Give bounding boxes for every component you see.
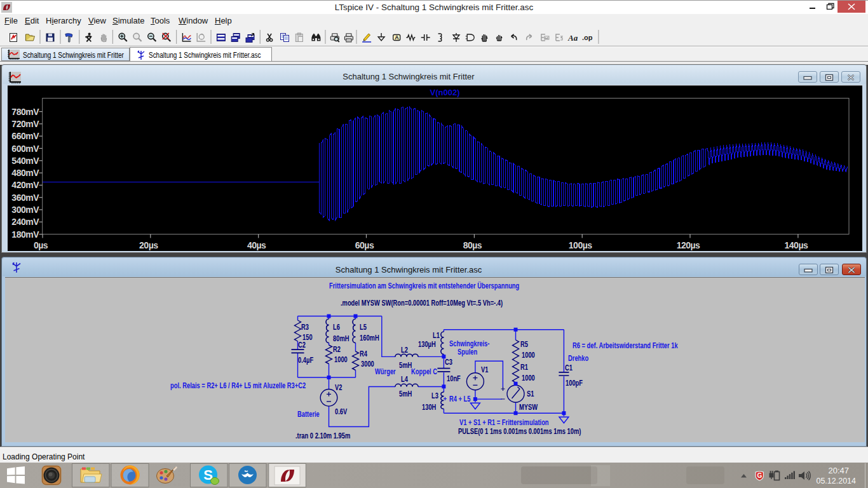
svg-text:600mV: 600mV	[11, 144, 39, 154]
svg-text:0.4µF: 0.4µF	[298, 356, 313, 364]
svg-text:60µs: 60µs	[355, 240, 374, 250]
svg-text:R1: R1	[520, 363, 528, 371]
svg-text:0µs: 0µs	[34, 240, 48, 250]
svg-text:Aa: Aa	[567, 33, 578, 43]
svg-text:R4 + L5: R4 + L5	[449, 394, 471, 402]
svg-text:540mV: 540mV	[11, 156, 39, 166]
svg-text:C3: C3	[445, 358, 452, 366]
svg-text:20µs: 20µs	[139, 240, 158, 250]
svg-text:V1 + S1 + R1 = Frittersimulati: V1 + S1 + R1 = Frittersimulation	[459, 418, 549, 426]
svg-text:1000: 1000	[522, 373, 535, 381]
svg-text:L2: L2	[401, 345, 408, 353]
svg-text:L6: L6	[333, 323, 340, 331]
svg-text:MYSW: MYSW	[519, 402, 538, 410]
svg-text:Batterie: Batterie	[297, 409, 320, 417]
svg-text:A: A	[395, 34, 399, 41]
svg-text:5mH: 5mH	[399, 360, 412, 369]
svg-text:V1: V1	[481, 365, 488, 374]
svg-text:.tran 0 2.10m 1.95m: .tran 0 2.10m 1.95m	[295, 431, 350, 440]
svg-text:160mH: 160mH	[360, 334, 379, 342]
svg-text:Schwingkreis-: Schwingkreis-	[449, 339, 490, 347]
svg-text:R5: R5	[520, 340, 528, 348]
svg-text:V2: V2	[335, 383, 342, 391]
svg-text:300mV: 300mV	[11, 205, 39, 215]
svg-text:3000: 3000	[361, 360, 374, 368]
svg-text:80µs: 80µs	[463, 240, 482, 250]
svg-text:1000: 1000	[334, 355, 348, 363]
svg-text:140µs: 140µs	[785, 240, 808, 250]
svg-text:pol. Relais = R2+ L6 / R4+ L5: pol. Relais = R2+ L6 / R4+ L5 mit Aluzel…	[170, 381, 306, 389]
svg-text:R4: R4	[360, 349, 367, 358]
svg-text:C2: C2	[298, 341, 306, 349]
svg-text:V(n002): V(n002)	[430, 88, 460, 97]
svg-text:20:47: 20:47	[828, 466, 849, 475]
svg-text:L3: L3	[431, 391, 438, 399]
svg-text:C1: C1	[565, 363, 573, 371]
svg-text:80mH: 80mH	[333, 334, 349, 342]
svg-text:420mV: 420mV	[11, 180, 39, 190]
svg-text:40µs: 40µs	[247, 240, 266, 250]
svg-text:Würger: Würger	[375, 367, 396, 375]
svg-text:240mV: 240mV	[11, 217, 39, 227]
svg-text:130µH: 130µH	[418, 339, 436, 348]
svg-text:720mV: 720mV	[11, 119, 39, 129]
svg-text:G: G	[757, 472, 762, 479]
svg-text:S1: S1	[527, 390, 534, 398]
svg-text:130H: 130H	[422, 402, 437, 410]
svg-text:L4: L4	[401, 374, 408, 383]
svg-text:1000: 1000	[522, 351, 535, 359]
svg-text:PULSE(0 1 1ms 0.001ms 0.001ms: PULSE(0 1 1ms 0.001ms 0.001ms 1ms 10m)	[458, 427, 581, 435]
svg-text:05.12.2014: 05.12.2014	[816, 477, 856, 485]
svg-text:R3: R3	[301, 323, 309, 331]
svg-text:100µs: 100µs	[569, 240, 592, 250]
svg-text:480mV: 480mV	[11, 168, 39, 178]
svg-text:360mV: 360mV	[11, 193, 39, 203]
svg-text:Drehko: Drehko	[568, 354, 589, 362]
svg-text:100pF: 100pF	[566, 379, 583, 387]
svg-text:L5: L5	[360, 323, 367, 331]
svg-text:R2: R2	[333, 345, 341, 353]
svg-text:R6 = def. Arbeitswiderstand Fr: R6 = def. Arbeitswiderstand Fritter 1k	[573, 341, 678, 349]
svg-text:180mV: 180mV	[11, 229, 39, 240]
svg-text:Spulen: Spulen	[458, 348, 477, 356]
svg-text:.model MYSW SW(Ron=0.00001 Rof: .model MYSW SW(Ron=0.00001 Roff=10Meg Vt…	[341, 299, 503, 307]
svg-text:Koppel C: Koppel C	[411, 367, 437, 375]
svg-text:.op: .op	[582, 34, 593, 41]
svg-text:5mH: 5mH	[399, 390, 412, 398]
svg-text:0.6V: 0.6V	[335, 407, 348, 416]
svg-text:120µs: 120µs	[677, 240, 700, 250]
svg-text:780mV: 780mV	[11, 107, 39, 117]
svg-text:Frittersimulation am Schwingkr: Frittersimulation am Schwingkreis mit en…	[329, 281, 519, 290]
svg-text:L1: L1	[433, 330, 440, 339]
svg-text:660mV: 660mV	[11, 131, 39, 141]
svg-text:10nF: 10nF	[447, 374, 461, 382]
